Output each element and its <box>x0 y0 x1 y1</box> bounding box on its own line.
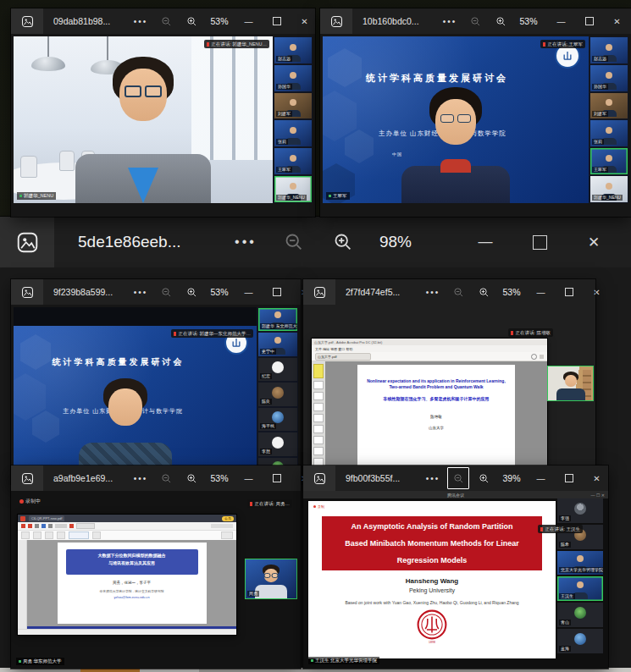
zoom-out-button[interactable] <box>153 279 179 305</box>
ribbon-icon[interactable] <box>42 524 46 528</box>
participant-thumbnail: 孙国华 <box>274 65 312 91</box>
minimize-button[interactable]: — <box>527 465 555 491</box>
pdf-page: Nonlinear expectation and its applicatio… <box>357 365 515 475</box>
see-more-button[interactable]: ••• <box>128 17 153 26</box>
speaking-text: 正在讲话: 周勇… <box>254 501 290 507</box>
participant-thumbnail: 北京大学光华管理学院 <box>557 551 603 576</box>
zoom-in-button[interactable] <box>488 8 513 34</box>
tool-icon[interactable] <box>21 532 30 539</box>
maximize-button[interactable] <box>555 465 583 491</box>
maximize-button[interactable] <box>512 217 567 267</box>
pku-seal: 1898 <box>308 609 556 644</box>
ribbon-icon[interactable] <box>48 524 53 528</box>
participant-thumbnail: 刘建军 <box>590 93 628 119</box>
zoom-in-button[interactable] <box>179 8 204 34</box>
page-thumb[interactable] <box>313 425 324 433</box>
reader-left-rail[interactable] <box>18 540 27 630</box>
page-thumb[interactable] <box>313 403 324 411</box>
maximize-icon <box>585 17 594 25</box>
participant-thumbnail: 张莉 <box>274 120 312 146</box>
toolbar-icon[interactable] <box>540 355 544 359</box>
participant-name: 张莉 <box>276 139 288 145</box>
zoom-out-button-focused[interactable] <box>446 465 471 491</box>
zoom-in-button[interactable] <box>179 465 204 491</box>
close-button[interactable]: ✕ <box>567 217 621 267</box>
maximize-button[interactable] <box>263 279 291 305</box>
speaker-icon <box>250 502 252 506</box>
maximize-button[interactable] <box>263 8 291 34</box>
ribbon-icon[interactable] <box>35 524 39 528</box>
zoom-in-button[interactable] <box>471 279 496 305</box>
see-more-button[interactable]: ••• <box>128 474 153 483</box>
see-more-button[interactable]: ••• <box>420 474 446 483</box>
ribbon-icon[interactable] <box>69 524 74 528</box>
minimize-button[interactable]: — <box>458 217 512 267</box>
participant-strip: 赵志远 孙国华 刘建军 张莉 王翠军 郭建华_NENU <box>589 36 628 203</box>
meeting-app-title: 腾讯会议 <box>447 493 464 498</box>
speaker-video: 正在讲话: 郭建华_NENU… 郭建华_NENU <box>14 36 273 203</box>
ribbon-icon[interactable] <box>55 524 67 528</box>
zoom-out-button[interactable] <box>153 465 179 491</box>
see-more-button[interactable]: ••• <box>437 17 462 26</box>
speaking-text: 正在讲话: 郭建华_NENU… <box>211 41 267 47</box>
page-thumb[interactable] <box>313 381 324 389</box>
minimize-button[interactable]: — <box>235 465 263 491</box>
ribbon-icon[interactable] <box>28 524 32 528</box>
zoom-in-button[interactable] <box>318 217 368 267</box>
maximize-button[interactable] <box>555 279 583 305</box>
tool-icon[interactable] <box>221 532 233 539</box>
mic-icon <box>329 195 331 197</box>
see-more-button[interactable]: ••• <box>420 288 446 297</box>
ribbon-icon[interactable] <box>21 524 25 528</box>
zoom-out-button[interactable] <box>269 217 318 267</box>
minimize-button[interactable]: — <box>527 279 555 305</box>
acrobat-titlebar: 山东大学.pdf - Adobe Acrobat Pro DC (32-bit) <box>312 339 547 345</box>
reader-ribbon-row1[interactable] <box>18 522 236 531</box>
maximize-icon <box>533 235 547 250</box>
figure-body <box>556 388 585 400</box>
close-button[interactable]: ✕ <box>291 8 318 34</box>
tool-icon[interactable] <box>45 532 53 539</box>
window-title: 09dab81b98... <box>53 16 128 26</box>
tool-icon[interactable] <box>33 532 42 539</box>
presenter-camera: 周勇 <box>245 559 297 599</box>
zoom-in-button[interactable] <box>179 279 204 305</box>
page-thumbnail-rail[interactable] <box>312 361 325 478</box>
participant-thumbnail: 赵志远 <box>590 37 628 63</box>
close-button[interactable]: ✕ <box>583 279 611 305</box>
tool-icon[interactable] <box>69 532 89 539</box>
page-thumb[interactable] <box>313 447 324 455</box>
acrobat-toolbar[interactable]: 山东大学.pdf <box>312 352 547 361</box>
zoom-in-button[interactable] <box>471 465 496 491</box>
zoom-out-button[interactable] <box>446 279 471 305</box>
window-title: 9fb00f3b55f... <box>346 473 420 483</box>
photos-app-icon <box>303 465 335 491</box>
zoom-percent: 98% <box>368 233 423 251</box>
zoom-out-button[interactable] <box>462 8 488 34</box>
minimize-button[interactable]: — <box>235 279 263 305</box>
page-thumb[interactable] <box>313 392 324 400</box>
document-tab[interactable]: C6-QR-PPT-new.pdf <box>29 515 64 521</box>
minimize-button[interactable]: — <box>547 8 575 34</box>
close-button[interactable]: ✕ <box>603 8 631 34</box>
photos-app-icon <box>0 217 54 267</box>
see-more-button[interactable]: ••• <box>222 234 269 250</box>
document-tab[interactable]: 山东大学.pdf <box>315 353 371 361</box>
ribbon-search-box[interactable] <box>76 523 95 529</box>
tool-icon[interactable] <box>57 532 65 539</box>
page-thumb[interactable] <box>313 414 324 422</box>
tool-icon[interactable] <box>92 532 101 539</box>
page-thumb[interactable] <box>313 436 324 444</box>
ribbon-icon[interactable] <box>211 524 233 528</box>
vip-badge[interactable]: 会员 <box>222 516 234 521</box>
page-thumb-selected[interactable] <box>313 364 324 378</box>
see-more-button[interactable]: ••• <box>128 288 153 297</box>
minimize-button[interactable]: — <box>235 8 263 34</box>
zoom-out-button[interactable] <box>153 8 179 34</box>
maximize-button[interactable] <box>575 8 603 34</box>
maximize-button[interactable] <box>263 465 291 491</box>
help-icon[interactable] <box>531 354 537 360</box>
acrobat-menubar[interactable]: 文件 编辑 视图 窗口 帮助 <box>312 345 547 352</box>
close-button[interactable]: ✕ <box>583 465 611 491</box>
photo-canvas: 录制中 正在讲话: 周勇… C6-QR-PPT-new.pdf 会员 <box>11 491 301 669</box>
